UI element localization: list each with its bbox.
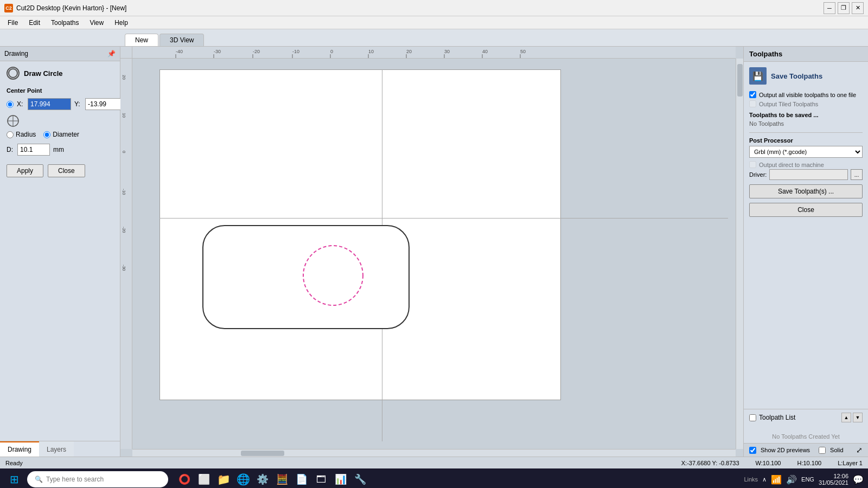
svg-point-0: [9, 69, 17, 78]
diameter-input[interactable]: [17, 144, 50, 156]
diameter-radio[interactable]: [43, 131, 50, 138]
taskbar-icon-explorer[interactable]: 📁: [216, 472, 231, 487]
minimize-button[interactable]: ─: [824, 2, 835, 14]
save-toolpaths-btn[interactable]: 💾 Save Toolpaths: [749, 67, 863, 85]
toolpath-list-text: Toolpath List: [759, 414, 795, 421]
drawing-canvas[interactable]: [132, 59, 736, 449]
taskbar-lang: ENG: [801, 476, 814, 483]
center-point-radio[interactable]: [7, 101, 14, 108]
tab-3dview[interactable]: 3D View: [159, 34, 204, 46]
taskbar-icon-settings[interactable]: ⚙️: [255, 472, 270, 487]
scroll-horizontal[interactable]: [132, 449, 736, 457]
scroll-thumb-v[interactable]: [737, 64, 743, 97]
status-ready: Ready: [5, 460, 23, 466]
toolpath-list-checkbox[interactable]: [749, 414, 756, 421]
ruler-tick: 20: [406, 49, 412, 54]
toolpath-list-icon-2[interactable]: ▼: [853, 413, 863, 422]
apply-button[interactable]: Apply: [7, 164, 43, 177]
post-processor-label: Post Processor: [749, 137, 863, 144]
taskbar-icon-chrome[interactable]: 🌐: [235, 472, 251, 487]
toolpaths-to-save-label: Toolpaths to be saved ...: [749, 112, 863, 118]
ruler-corner: [120, 47, 132, 59]
taskbar-icon-app1[interactable]: 🗔: [314, 472, 329, 487]
close-button[interactable]: ✕: [852, 2, 864, 14]
taskbar-search-container[interactable]: 🔍: [27, 471, 168, 487]
windows-logo-icon: ⊞: [10, 473, 19, 486]
menu-edit[interactable]: Edit: [23, 18, 46, 28]
canvas-area[interactable]: -40 -30 -20 -10 0 10 20 30 40 50: [120, 47, 743, 457]
ruler-tick: -10: [292, 49, 299, 54]
taskbar-time: 12:06 31/05/2021: [819, 473, 848, 486]
center-point-label: Center Point: [7, 87, 113, 94]
output-visible-label: Output all visible toolpaths to one file: [759, 92, 856, 98]
x-input[interactable]: [28, 98, 71, 110]
search-icon: 🔍: [35, 476, 43, 483]
main-layout: Drawing 📌 Draw Circle Center Point X: Y:: [0, 47, 868, 457]
status-coords: X:-37.6680 Y: -0.8733: [681, 460, 739, 466]
ruler-v-tick: 20: [122, 75, 126, 80]
diameter-input-row: D: mm: [7, 144, 113, 156]
output-visible-checkbox[interactable]: [749, 91, 756, 98]
ruler-v-tick: 10: [122, 113, 126, 118]
driver-browse-button[interactable]: ...: [851, 169, 863, 180]
solid-checkbox[interactable]: [819, 447, 826, 454]
paper-area: [159, 69, 561, 400]
toolpaths-section: 💾 Save Toolpaths Output all visible tool…: [744, 62, 868, 409]
ruler-v-tick: -20: [122, 227, 126, 233]
taskbar-up-icon[interactable]: ∧: [762, 476, 767, 483]
ruler-tick: 50: [520, 49, 526, 54]
panel-tab-layers[interactable]: Layers: [39, 441, 74, 457]
menu-help[interactable]: Help: [109, 18, 133, 28]
show-2d-checkbox[interactable]: [749, 447, 756, 454]
save-toolpath-btn[interactable]: Save Toolpath(s) ...: [749, 184, 863, 198]
output-tiled-label: Output Tiled Toolpaths: [759, 101, 818, 107]
scroll-vertical[interactable]: [736, 59, 743, 449]
coordinate-icon: [7, 114, 20, 127]
toolpath-list-icons: ▲ ▼: [841, 413, 863, 422]
driver-input[interactable]: [769, 169, 848, 180]
taskbar-volume-icon[interactable]: 🔊: [786, 474, 797, 485]
taskbar-icon-cortana[interactable]: ⭕: [177, 472, 192, 487]
no-toolpaths-created-label: No Toolpaths Created Yet: [749, 433, 863, 440]
menu-view[interactable]: View: [84, 18, 109, 28]
post-processor-select[interactable]: Grbl (mm) (*.gcode) Grbl (inch) (*.gcode…: [749, 146, 863, 158]
restore-button[interactable]: ❐: [838, 2, 850, 14]
ruler-tick: -20: [253, 49, 260, 54]
expand-icon[interactable]: ⤢: [856, 446, 863, 454]
ruler-h-ticks: [132, 54, 736, 59]
taskbar-search-input[interactable]: [46, 476, 161, 483]
toolpaths-close-button[interactable]: Close: [749, 203, 863, 217]
output-machine-checkbox[interactable]: [749, 161, 756, 168]
right-panel: Toolpaths 💾 Save Toolpaths Output all vi…: [743, 47, 868, 457]
ruler-horizontal: -40 -30 -20 -10 0 10 20 30 40 50: [132, 47, 736, 59]
taskbar-icon-calc[interactable]: 🧮: [275, 472, 290, 487]
menu-file[interactable]: File: [2, 18, 23, 28]
radius-radio[interactable]: [7, 131, 14, 138]
toolpath-list-icon-1[interactable]: ▲: [841, 413, 851, 422]
taskbar-app-icons: ⭕ ⬜ 📁 🌐 ⚙️ 🧮 📄 🗔 📊 🔧: [177, 472, 368, 487]
diameter-label[interactable]: Diameter: [43, 131, 79, 138]
unit-label: mm: [53, 146, 64, 153]
save-toolpaths-label: Save Toolpaths: [771, 72, 822, 80]
center-point-row: X: Y:: [7, 98, 113, 110]
panel-tabs: Drawing Layers: [0, 441, 120, 457]
tab-new[interactable]: New: [125, 34, 158, 46]
draw-circle-section: Draw Circle Center Point X: Y: Radius: [0, 61, 120, 441]
taskbar-icon-app3[interactable]: 🔧: [353, 472, 368, 487]
status-h: H:10.100: [797, 460, 821, 466]
radius-label[interactable]: Radius: [7, 131, 36, 138]
notification-icon[interactable]: 💬: [853, 474, 864, 485]
output-tiled-checkbox[interactable]: [749, 100, 756, 107]
panel-tab-drawing[interactable]: Drawing: [0, 441, 39, 457]
taskbar-icon-app2[interactable]: 📊: [333, 472, 348, 487]
output-machine-label: Output direct to machine: [759, 162, 824, 168]
start-button[interactable]: ⊞: [4, 470, 24, 488]
taskbar-icon-taskview[interactable]: ⬜: [196, 472, 212, 487]
ruler-tick: -40: [176, 49, 183, 54]
taskbar-network-icon[interactable]: 📶: [771, 474, 782, 485]
draw-circle-close-button[interactable]: Close: [48, 164, 85, 177]
scroll-thumb-h[interactable]: [241, 451, 284, 456]
pin-icon[interactable]: 📌: [107, 50, 116, 57]
menu-toolpaths[interactable]: Toolpaths: [46, 18, 84, 28]
taskbar-icon-files[interactable]: 📄: [294, 472, 309, 487]
